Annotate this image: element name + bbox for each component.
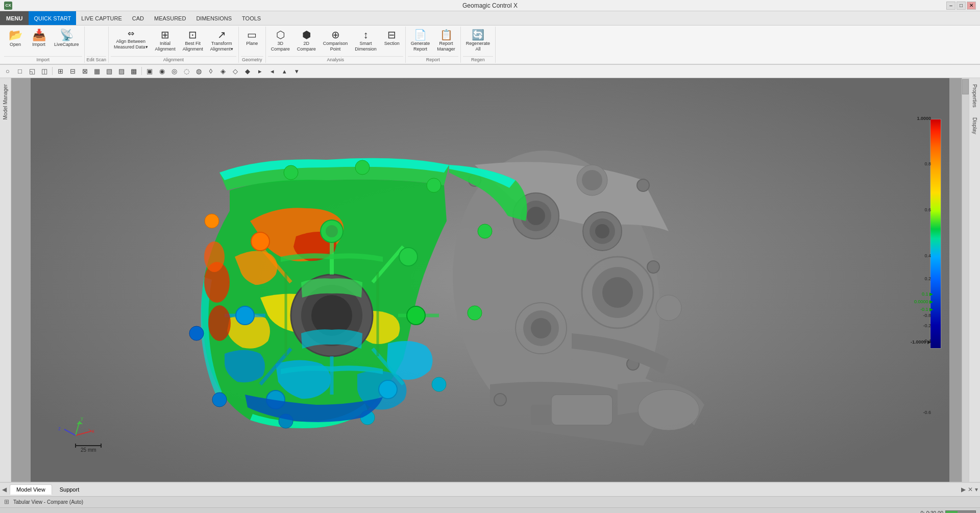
svg-point-47 bbox=[284, 165, 298, 180]
tool-grid1[interactable]: ▦ bbox=[91, 65, 103, 77]
vertical-scrollbar[interactable] bbox=[962, 78, 969, 482]
maximize-button[interactable]: □ bbox=[957, 2, 966, 10]
viewport[interactable]: x y z 25 mm 1.0000 0.8 0.6 0.4 bbox=[11, 78, 969, 482]
model-view-tab[interactable]: Model View bbox=[10, 484, 52, 495]
minimize-button[interactable]: – bbox=[946, 2, 955, 10]
transform-alignment-button[interactable]: ↗ TransformAlignment▾ bbox=[207, 28, 236, 54]
main-area: Model Manager bbox=[0, 78, 980, 482]
tool-arrow-d[interactable]: ▾ bbox=[291, 65, 302, 77]
tool-grid-minus[interactable]: ⊟ bbox=[67, 65, 78, 77]
open-button[interactable]: 📂 Open bbox=[4, 28, 27, 50]
ribbon-group-report: 📄 GenerateReport 📋 ReportManager Report bbox=[406, 27, 461, 63]
tool-grid4[interactable]: ▩ bbox=[128, 65, 139, 77]
tool-view2[interactable]: ◉ bbox=[156, 65, 167, 77]
svg-point-40 bbox=[379, 380, 397, 399]
menu-item-quickstart[interactable]: QUICK START bbox=[29, 11, 76, 25]
menu-item-livecapture[interactable]: LIVE CAPTURE bbox=[76, 11, 127, 25]
2d-compare-button[interactable]: ⬢ 2DCompare bbox=[294, 28, 319, 54]
regenerate-all-button[interactable]: 🔄 RegenerateAll bbox=[463, 28, 493, 54]
close-button[interactable]: ✕ bbox=[967, 2, 976, 10]
3d-compare-icon: ⬡ bbox=[276, 30, 285, 40]
model-manager-tab[interactable]: Model Manager bbox=[1, 80, 10, 124]
title-bar: CX Geomagic Control X – □ ✕ bbox=[0, 0, 980, 11]
tool-split[interactable]: ◫ bbox=[39, 65, 50, 77]
livecapture-button[interactable]: 📡 LiveCapture bbox=[51, 28, 82, 50]
smart-dimension-icon: ↕ bbox=[363, 30, 369, 40]
nav-close-icon[interactable]: ✕ bbox=[968, 486, 973, 493]
menu-item-menu[interactable]: MENU bbox=[0, 11, 29, 25]
scrollbar-thumb[interactable] bbox=[962, 79, 969, 94]
svg-point-16 bbox=[647, 261, 659, 273]
color-scale: 1.0000 0.8 0.6 0.4 0.2 0.1 ▶ 0.0000 ▶ -0… bbox=[930, 109, 944, 359]
tool-arrow-l[interactable]: ◂ bbox=[266, 65, 278, 77]
toolbar-sep-1 bbox=[52, 67, 53, 75]
tool-grid3[interactable]: ▨ bbox=[116, 65, 127, 77]
tool-view3[interactable]: ◎ bbox=[168, 65, 180, 77]
smart-dimension-button[interactable]: ↕ SmartDimension bbox=[352, 28, 380, 54]
initial-alignment-icon: ⊞ bbox=[161, 30, 169, 40]
tool-circle[interactable]: ○ bbox=[2, 65, 13, 77]
tool-view6[interactable]: ◊ bbox=[205, 65, 216, 77]
ribbon-group-alignment: ⇔ Align BetweenMeasured Data▾ ⊞ InitialA… bbox=[109, 27, 239, 63]
menu-item-tools[interactable]: TOOLS bbox=[237, 11, 266, 25]
align-between-button[interactable]: ⇔ Align BetweenMeasured Data▾ bbox=[111, 28, 151, 52]
display-tab[interactable]: Display bbox=[970, 113, 979, 138]
tool-view5[interactable]: ◍ bbox=[193, 65, 204, 77]
toolbar-sep-2 bbox=[141, 67, 142, 75]
import-button[interactable]: 📥 Import bbox=[28, 28, 50, 50]
tool-square[interactable]: □ bbox=[14, 65, 26, 77]
tool-view4[interactable]: ◌ bbox=[181, 65, 192, 77]
nav-expand-icon[interactable]: ▾ bbox=[975, 486, 978, 493]
properties-tab[interactable]: Properties bbox=[970, 80, 979, 112]
ribbon: 📂 Open 📥 Import 📡 LiveCapture Import Edi… bbox=[0, 26, 980, 65]
ribbon-group-editscan-label: Edit Scan bbox=[87, 56, 107, 63]
scale-max-label: 1.0000 bbox=[917, 116, 931, 121]
svg-text:x: x bbox=[92, 428, 94, 434]
svg-text:25 mm: 25 mm bbox=[81, 447, 96, 453]
report-manager-button[interactable]: 📋 ReportManager bbox=[434, 28, 458, 54]
grid-icon: ⊞ bbox=[4, 498, 9, 505]
plane-button[interactable]: ▭ Plane bbox=[241, 28, 263, 48]
tool-view9[interactable]: ◆ bbox=[242, 65, 253, 77]
tool-view1[interactable]: ▣ bbox=[144, 65, 155, 77]
tool-grid2[interactable]: ▧ bbox=[104, 65, 115, 77]
scale-01-label: 0.1 ▶ bbox=[922, 291, 933, 297]
tool-arrow-r[interactable]: ▸ bbox=[254, 65, 265, 77]
comparison-point-button[interactable]: ⊕ ComparisonPoint bbox=[320, 28, 351, 54]
section-icon: ⊟ bbox=[387, 30, 396, 40]
menu-item-dimensions[interactable]: DIMENSIONS bbox=[191, 11, 237, 25]
app-icon: CX bbox=[4, 2, 12, 10]
svg-point-55 bbox=[212, 393, 227, 407]
svg-point-51 bbox=[468, 306, 482, 320]
svg-point-10 bbox=[602, 277, 633, 308]
2d-compare-icon: ⬢ bbox=[302, 30, 311, 40]
svg-point-23 bbox=[656, 295, 681, 321]
ribbon-group-editscan: Edit Scan bbox=[85, 27, 109, 63]
nav-left-icon[interactable]: ◀ bbox=[2, 486, 7, 493]
support-tab[interactable]: Support bbox=[53, 484, 86, 495]
tool-view8[interactable]: ◇ bbox=[230, 65, 241, 77]
best-fit-button[interactable]: ⊡ Best FitAlignment bbox=[180, 28, 206, 54]
tool-grid-plus[interactable]: ⊞ bbox=[55, 65, 66, 77]
svg-point-57 bbox=[205, 214, 219, 228]
scale-04-label: 0.4 bbox=[924, 253, 931, 258]
svg-text:z: z bbox=[58, 426, 61, 431]
section-button[interactable]: ⊟ Section bbox=[381, 28, 403, 48]
svg-point-15 bbox=[637, 179, 649, 191]
tool-view7[interactable]: ◈ bbox=[217, 65, 229, 77]
scale-neg08-label: -0.8 bbox=[923, 313, 931, 318]
svg-point-49 bbox=[427, 178, 441, 192]
tool-corner[interactable]: ◱ bbox=[27, 65, 38, 77]
initial-alignment-button[interactable]: ⊞ InitialAlignment bbox=[152, 28, 179, 54]
menu-item-measured[interactable]: MEASURED bbox=[149, 11, 191, 25]
menu-item-cad[interactable]: CAD bbox=[127, 11, 149, 25]
ribbon-group-report-label: Report bbox=[408, 56, 458, 63]
status-text: Tabular View - Compare (Auto) bbox=[13, 499, 83, 505]
3d-compare-button[interactable]: ⬡ 3DCompare bbox=[268, 28, 293, 54]
tool-arrow-u[interactable]: ▴ bbox=[279, 65, 290, 77]
svg-point-22 bbox=[582, 170, 602, 190]
generate-report-button[interactable]: 📄 GenerateReport bbox=[408, 28, 433, 54]
svg-point-13 bbox=[531, 318, 551, 338]
nav-right-icon[interactable]: ▶ bbox=[961, 486, 966, 493]
tool-grid-x[interactable]: ⊠ bbox=[79, 65, 90, 77]
